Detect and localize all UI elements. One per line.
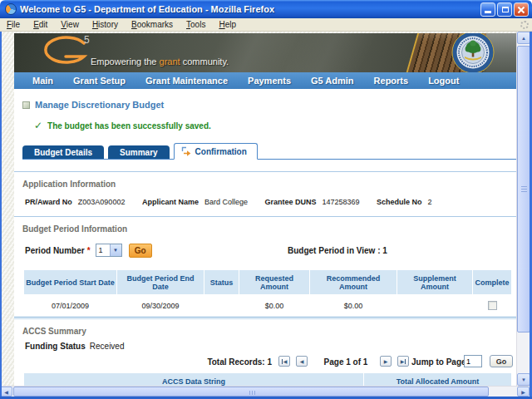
banner-tagline: Empowering the grant community. [91, 57, 229, 66]
divider [14, 216, 516, 217]
confirmation-tab-icon [181, 146, 191, 156]
accs-table: ACCS Data String Total Allocated Amount … [23, 372, 512, 386]
page-title: Manage Discretionary Budget [35, 100, 164, 110]
required-marker: * [87, 246, 91, 255]
period-number-row: Period Number * 1 ▼ Go Budget Period in … [25, 241, 516, 259]
page-title-icon [22, 101, 30, 109]
scroll-right-icon[interactable]: ▶ [517, 387, 530, 397]
first-page-button[interactable]: ◀ [278, 356, 290, 367]
budget-table-row: 07/01/2009 09/30/2009 $0.00 $0.00 [24, 295, 512, 316]
last-page-icon: ▶ [401, 358, 405, 364]
applicant-name-value: Bard College [204, 198, 248, 206]
menu-tools[interactable]: Tools [180, 19, 212, 30]
divider [14, 171, 516, 172]
cell-start-date: 07/01/2009 [24, 295, 117, 316]
funding-status-value: Received [90, 342, 125, 351]
window-title: Welcome to G5 - Department of Education … [20, 4, 479, 14]
prev-page-button[interactable]: ◀ [296, 356, 308, 367]
accs-table-header-row: ACCS Data String Total Allocated Amount [24, 373, 512, 386]
divider [14, 318, 516, 319]
nav-main[interactable]: Main [22, 76, 63, 86]
schedule-no-value: 2 [428, 198, 432, 206]
nav-reports[interactable]: Reports [364, 76, 419, 86]
horizontal-scrollbar[interactable]: ◀ ▶ [0, 386, 530, 397]
col-total-allocated: Total Allocated Amount [364, 373, 512, 386]
restore-button[interactable] [497, 2, 512, 17]
jump-to-page-input[interactable] [464, 355, 482, 367]
next-page-button[interactable]: ▶ [380, 356, 392, 367]
application-info-heading: Application Information [22, 180, 516, 189]
browser-window: Welcome to G5 - Department of Education … [0, 0, 532, 399]
g5-logo-icon [39, 36, 91, 69]
scroll-down-icon[interactable]: ▼ [517, 373, 530, 386]
grantee-duns-label: Grantee DUNS [264, 198, 316, 206]
menu-help[interactable]: Help [212, 19, 243, 30]
cell-recommended: $0.00 [310, 295, 397, 316]
pagination-bar: Total Records: 1 ◀ ◀ Page 1 of 1 ▶ ▶ Jum… [14, 354, 516, 369]
success-check-icon: ✓ [34, 120, 42, 131]
page-info: Page 1 of 1 [318, 357, 373, 367]
funding-status-row: Funding StatusReceived [25, 342, 516, 351]
jump-to-page-label: Jump to Page [411, 357, 466, 367]
throbber-icon [520, 21, 529, 29]
first-page-icon: ◀ [283, 358, 288, 364]
complete-checkbox[interactable] [488, 301, 497, 310]
nav-payments[interactable]: Payments [238, 76, 301, 86]
g5-logo-five: 5 [84, 34, 90, 46]
doe-seal-icon [451, 33, 495, 72]
nav-grant-setup[interactable]: Grant Setup [63, 76, 135, 86]
col-accs-data-string: ACCS Data String [24, 373, 364, 386]
cell-supplement [397, 295, 473, 316]
funding-status-label: Funding Status [25, 342, 86, 351]
application-info-row: PR/Award NoZ003A090002 Applicant NameBar… [25, 198, 516, 206]
applicant-name-label: Applicant Name [142, 198, 199, 206]
tab-budget-details[interactable]: Budget Details [22, 145, 104, 159]
menu-edit[interactable]: Edit [27, 19, 54, 30]
menu-view[interactable]: View [54, 19, 86, 30]
page-content: Manage Discretionary Budget ✓ The budget… [14, 89, 516, 386]
banner-photo-right [486, 33, 516, 72]
menu-file[interactable]: File [0, 19, 27, 30]
scroll-left-icon[interactable]: ◀ [0, 387, 12, 397]
close-button[interactable] [514, 2, 529, 17]
nav-grant-maintenance[interactable]: Grant Maintenance [135, 76, 238, 86]
tab-confirmation[interactable]: Confirmation [174, 143, 258, 160]
minimize-button[interactable] [480, 2, 495, 17]
jump-go-button[interactable]: Go [490, 355, 513, 367]
cell-status [204, 295, 239, 316]
pr-award-label: PR/Award No [25, 198, 72, 206]
title-bar[interactable]: Welcome to G5 - Department of Education … [0, 0, 532, 18]
success-message: The budget has been successfully saved. [47, 121, 211, 131]
period-go-button[interactable]: Go [129, 244, 152, 258]
budget-period-heading: Budget Period Information [22, 224, 516, 234]
vertical-scroll-thumb[interactable] [517, 46, 530, 332]
budget-period-table: Budget Period Start Date Budget Period E… [23, 269, 512, 315]
budget-period-in-view: Budget Period in View : 1 [288, 246, 387, 255]
nav-g5-admin[interactable]: G5 Admin [301, 76, 364, 86]
period-number-selected-value: 1 [96, 246, 110, 254]
col-recommended: Recommended Amount [310, 270, 397, 295]
horizontal-scroll-thumb[interactable] [13, 387, 489, 397]
scroll-up-icon[interactable]: ▲ [517, 32, 530, 44]
pr-award-value: Z003A090002 [78, 198, 126, 206]
last-page-button[interactable]: ▶ [397, 356, 409, 367]
cell-complete [473, 295, 512, 316]
col-start-date: Budget Period Start Date [24, 270, 117, 295]
col-requested: Requested Amount [239, 270, 310, 295]
col-supplement: Supplement Amount [397, 270, 473, 295]
nav-logout[interactable]: Logout [418, 76, 469, 86]
vertical-scrollbar[interactable]: ▲ ▼ [516, 32, 530, 386]
main-nav: Main Grant Setup Grant Maintenance Payme… [14, 72, 516, 89]
page-viewport: 5 Empowering the grant community. [2, 32, 516, 386]
menu-history[interactable]: History [86, 19, 125, 30]
g5-banner: 5 Empowering the grant community. [14, 33, 516, 72]
period-number-select[interactable]: 1 ▼ [96, 244, 122, 257]
grantee-duns-value: 147258369 [323, 198, 360, 206]
select-dropdown-icon[interactable]: ▼ [110, 244, 121, 256]
prev-page-icon: ◀ [300, 358, 304, 364]
col-complete: Complete [473, 270, 512, 295]
menu-bookmarks[interactable]: Bookmarks [125, 19, 180, 30]
tab-confirmation-label: Confirmation [195, 147, 247, 156]
schedule-no-label: Schedule No [377, 198, 422, 206]
tab-summary[interactable]: Summary [108, 145, 170, 159]
